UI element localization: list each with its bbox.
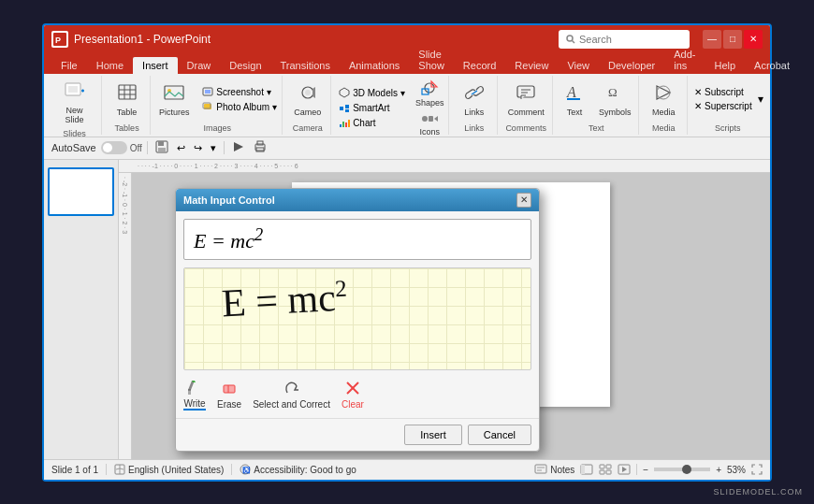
- scripts-expand-arrow[interactable]: ▾: [758, 93, 763, 106]
- close-button[interactable]: ✕: [744, 30, 763, 49]
- insert-button[interactable]: Insert: [404, 425, 462, 445]
- cameo-button[interactable]: Cameo: [290, 79, 325, 120]
- zoom-in-button[interactable]: +: [716, 465, 721, 475]
- slide-thumbnail[interactable]: [48, 167, 114, 216]
- comments-group-label: Comments: [505, 122, 546, 133]
- search-icon: [566, 35, 575, 44]
- icons-button[interactable]: Icons: [413, 110, 447, 138]
- tab-addins[interactable]: Add-ins: [664, 46, 705, 74]
- select-label: Select and Correct: [253, 399, 330, 410]
- 3d-models-icon: [339, 87, 350, 98]
- slide-sorter-button[interactable]: [599, 464, 612, 475]
- print-icon: [254, 140, 267, 153]
- watermark: SLIDEMODEL.COM: [713, 487, 803, 497]
- dialog-close-button[interactable]: ✕: [516, 193, 531, 208]
- ribbon-group-scripts: ✕ Subscript ✕ Superscript ▾ Scripts: [690, 76, 766, 135]
- tab-design[interactable]: Design: [220, 57, 270, 74]
- svg-rect-27: [348, 120, 350, 127]
- subscript-button[interactable]: ✕ Subscript: [692, 86, 754, 98]
- tab-file[interactable]: File: [51, 57, 87, 74]
- ribbon-group-images-items: Pictures Screenshot ▾: [153, 78, 281, 122]
- erase-tool[interactable]: Erase: [217, 379, 241, 410]
- table-button[interactable]: Table: [110, 79, 144, 120]
- tab-insert[interactable]: Insert: [133, 57, 178, 74]
- autosave-label: AutoSave: [51, 142, 96, 153]
- save-button[interactable]: [153, 139, 171, 156]
- print-button[interactable]: [251, 139, 269, 156]
- select-icon: [281, 379, 303, 397]
- tab-acrobat[interactable]: Acrobat: [745, 57, 799, 74]
- fit-slide-button[interactable]: [751, 464, 763, 475]
- screenshot-button[interactable]: Screenshot ▾: [198, 85, 281, 99]
- formula-display-box: E = mc2: [183, 219, 531, 260]
- images-col: Screenshot ▾ Photo Album ▾: [198, 85, 281, 114]
- minimize-button[interactable]: —: [703, 30, 721, 49]
- svg-rect-5: [68, 86, 78, 93]
- accessibility-item[interactable]: ♿ Accessibility: Good to go: [240, 464, 356, 475]
- 3d-models-button[interactable]: 3D Models ▾: [335, 85, 409, 100]
- write-tool[interactable]: Write: [183, 378, 206, 410]
- scripts-group-label: Scripts: [715, 122, 741, 133]
- select-tool[interactable]: Select and Correct: [253, 379, 330, 410]
- clear-tool[interactable]: Clear: [342, 379, 364, 410]
- normal-view-button[interactable]: [580, 464, 593, 475]
- undo-button[interactable]: ↩: [174, 141, 188, 155]
- tab-help[interactable]: Help: [705, 57, 745, 74]
- tab-animations[interactable]: Animations: [340, 57, 409, 74]
- redo-button[interactable]: ↪: [191, 141, 205, 155]
- shapes-button[interactable]: Shapes: [413, 78, 447, 109]
- toolbar-more-button[interactable]: ▾: [208, 141, 219, 155]
- tab-view[interactable]: View: [558, 57, 599, 74]
- links-button[interactable]: Links: [458, 79, 491, 120]
- zoom-out-button[interactable]: −: [643, 465, 648, 475]
- write-label: Write: [183, 398, 205, 410]
- language-item[interactable]: English (United States): [114, 464, 224, 475]
- pictures-icon: [163, 82, 185, 106]
- media-label: Media: [652, 108, 676, 117]
- smartart-button[interactable]: SmartArt: [335, 101, 409, 115]
- pictures-button[interactable]: Pictures: [153, 79, 195, 120]
- tab-review[interactable]: Review: [505, 57, 558, 74]
- comment-button[interactable]: Comment: [504, 79, 548, 120]
- tab-home[interactable]: Home: [87, 57, 133, 74]
- notes-button[interactable]: Notes: [534, 464, 574, 475]
- canvas-area[interactable]: · · · · -1 · · · · 0 · · · · 1 · · · · 2…: [119, 160, 770, 459]
- new-slide-label: New Slide: [57, 106, 92, 124]
- links-label: Links: [464, 108, 484, 117]
- screenshot-icon: [202, 87, 213, 96]
- tab-slideshow[interactable]: Slide Show: [409, 46, 454, 74]
- new-slide-button[interactable]: New Slide: [53, 78, 95, 127]
- notes-label: Notes: [550, 465, 574, 475]
- search-input[interactable]: [579, 34, 673, 45]
- tab-draw[interactable]: Draw: [178, 57, 221, 74]
- drawing-area[interactable]: E = mc2: [183, 267, 531, 370]
- tab-developer[interactable]: Developer: [599, 57, 664, 74]
- photo-album-button[interactable]: Photo Album ▾: [198, 100, 281, 114]
- zoom-slider[interactable]: [654, 468, 710, 471]
- ribbon-group-images: Pictures Screenshot ▾: [153, 76, 283, 135]
- screenshot-label: Screenshot: [216, 87, 264, 97]
- text-button[interactable]: A Text: [558, 79, 591, 120]
- start-presentation-button[interactable]: [229, 139, 248, 156]
- media-button[interactable]: Media: [647, 79, 680, 120]
- zoom-level[interactable]: 53%: [727, 465, 746, 475]
- new-slide-icon: [64, 80, 86, 104]
- cancel-button[interactable]: Cancel: [468, 425, 531, 445]
- autosave-toggle[interactable]: [101, 141, 127, 154]
- status-bar: Slide 1 of 1 English (United States) ♿ A…: [44, 459, 770, 480]
- tab-transitions[interactable]: Transitions: [271, 57, 340, 74]
- photo-album-icon: [202, 102, 213, 111]
- chart-button[interactable]: Chart: [335, 116, 409, 130]
- svg-rect-16: [205, 90, 211, 94]
- symbols-button[interactable]: Ω Symbols: [595, 79, 635, 120]
- maximize-button[interactable]: □: [723, 30, 742, 49]
- superscript-button[interactable]: ✕ Superscript: [692, 100, 754, 112]
- tab-record[interactable]: Record: [454, 57, 505, 74]
- svg-text:P: P: [55, 36, 61, 45]
- reading-view-button[interactable]: [618, 464, 631, 475]
- erase-label: Erase: [217, 399, 241, 410]
- ribbon-group-slides: New Slide Slides: [48, 76, 102, 135]
- reading-view-icon: [618, 464, 631, 475]
- zoom-text: 53%: [727, 465, 746, 475]
- media-group-label: Media: [652, 122, 676, 133]
